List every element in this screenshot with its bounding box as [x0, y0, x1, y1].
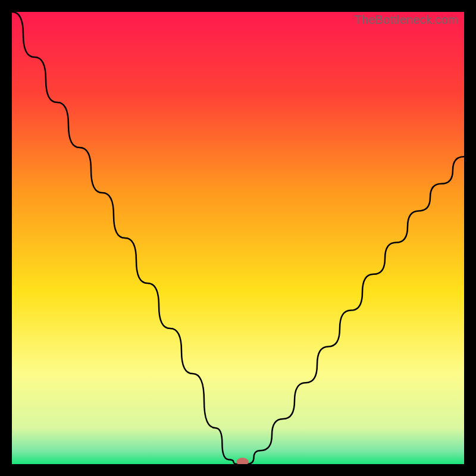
chart-frame: TheBottleneck.com — [12, 12, 464, 464]
watermark-text: TheBottleneck.com — [354, 13, 458, 27]
bottleneck-chart — [12, 12, 464, 464]
gradient-background — [12, 12, 464, 464]
